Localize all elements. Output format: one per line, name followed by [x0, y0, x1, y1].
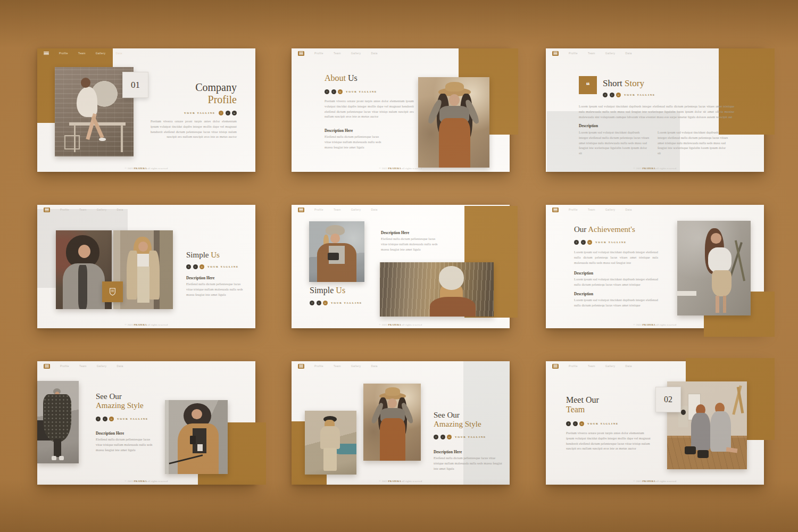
menu-icon[interactable] — [552, 364, 559, 369]
menu-icon[interactable] — [552, 207, 559, 212]
tagline-label: YOUR TAGLINE — [587, 422, 619, 425]
description-heading: Description Here — [434, 450, 462, 454]
nav-item-gallery[interactable]: Gallery — [605, 208, 616, 211]
nav-item-gallery[interactable]: Gallery — [351, 208, 361, 211]
nav-item-profile[interactable]: Profile — [60, 208, 69, 211]
nav-item-data[interactable]: Data — [625, 52, 631, 55]
facebook-icon[interactable]: f — [574, 240, 579, 245]
nav-item-team[interactable]: Team — [79, 364, 87, 368]
slide-amazing-style-1[interactable]: Profile Team Gallery Data See Our Amazin… — [37, 361, 255, 485]
facebook-icon[interactable]: f — [219, 111, 223, 115]
nav-item-data[interactable]: Data — [117, 364, 123, 368]
slide-company-profile[interactable]: Profile Team Gallery Data 01 Company Pro… — [37, 48, 255, 172]
instagram-icon[interactable]: in — [338, 89, 343, 94]
nav-item-gallery[interactable]: Gallery — [351, 52, 361, 55]
twitter-icon[interactable]: t — [317, 301, 321, 305]
menu-icon[interactable] — [298, 51, 304, 56]
facebook-icon[interactable]: f — [186, 264, 191, 269]
nav-item-team[interactable]: Team — [334, 52, 341, 55]
nav-item-data[interactable]: Data — [371, 364, 377, 368]
menu-icon[interactable] — [298, 364, 304, 369]
photo-woman-in-field — [380, 262, 494, 317]
slide-footer: © 2023 PRATERA all rights reserved — [37, 167, 255, 170]
slide-footer: © 2023 PRATERA all rights reserved — [292, 167, 510, 170]
description-heading: Description Here — [96, 431, 124, 436]
facebook-icon[interactable]: f — [325, 89, 329, 94]
twitter-icon[interactable]: t — [573, 421, 578, 426]
instagram-icon[interactable]: in — [579, 421, 584, 426]
nav-item-data[interactable]: Data — [371, 52, 377, 55]
slide-our-achievements[interactable]: Profile Team Gallery Data Our Achievemen… — [546, 205, 764, 328]
twitter-icon[interactable]: t — [193, 264, 198, 269]
nav-item-profile[interactable]: Profile — [59, 52, 68, 55]
instagram-icon[interactable]: in — [200, 264, 204, 269]
twitter-icon[interactable]: t — [610, 93, 614, 97]
nav-item-team[interactable]: Team — [588, 208, 595, 211]
nav-item-profile[interactable]: Profile — [569, 364, 578, 368]
nav-item-data[interactable]: Data — [625, 364, 631, 368]
nav-item-profile[interactable]: Profile — [314, 52, 323, 55]
nav-item-gallery[interactable]: Gallery — [97, 208, 107, 211]
menu-icon[interactable] — [44, 51, 49, 55]
nav-item-data[interactable]: Data — [117, 208, 123, 211]
nav-item-gallery[interactable]: Gallery — [96, 52, 106, 55]
twitter-icon[interactable]: t — [581, 240, 586, 245]
menu-icon[interactable] — [298, 207, 304, 212]
instagram-icon[interactable]: in — [323, 301, 328, 305]
slide-meet-our-team[interactable]: Profile Team Gallery Data 02 Meet Our Te… — [546, 361, 764, 485]
instagram-icon[interactable]: in — [109, 417, 114, 421]
slide-short-story[interactable]: Profile Team Gallery Data ❝ Short Story … — [546, 48, 764, 172]
nav-item-profile[interactable]: Profile — [569, 208, 578, 211]
nav-item-gallery[interactable]: Gallery — [605, 52, 616, 55]
facebook-icon[interactable]: f — [603, 93, 608, 97]
nav-item-team[interactable]: Team — [334, 364, 341, 368]
nav-item-gallery[interactable]: Gallery — [351, 364, 361, 368]
facebook-icon[interactable]: f — [310, 301, 314, 305]
photo-woman-in-hat — [418, 77, 489, 168]
slide-number-badge: 02 — [655, 387, 681, 412]
facebook-icon[interactable]: f — [96, 417, 101, 421]
menu-icon[interactable] — [44, 207, 50, 212]
menu-icon[interactable] — [44, 364, 50, 369]
twitter-icon[interactable]: t — [440, 435, 445, 439]
instagram-icon[interactable]: in — [232, 111, 237, 115]
nav-item-team[interactable]: Team — [588, 364, 595, 368]
description-heading: Description Here — [186, 276, 214, 280]
nav-item-team[interactable]: Team — [588, 52, 595, 55]
nav-item-gallery[interactable]: Gallery — [97, 364, 107, 368]
nav-item-profile[interactable]: Profile — [314, 364, 323, 368]
nav-item-profile[interactable]: Profile — [314, 208, 323, 211]
tagline-row: f t in YOUR TAGLINE — [96, 417, 148, 421]
intro-paragraph: Pretium viverra ornare pront turpis ante… — [325, 98, 414, 119]
description-paragraph: Eleifend nulla dictum pellentesque lacus… — [381, 236, 438, 252]
facebook-icon[interactable]: f — [434, 435, 438, 439]
facebook-icon[interactable]: f — [566, 421, 571, 426]
twitter-icon[interactable]: t — [226, 111, 230, 115]
instagram-icon[interactable]: in — [616, 93, 621, 97]
nav-item-team[interactable]: Team — [334, 208, 341, 211]
nav-item-team[interactable]: Team — [78, 52, 86, 55]
slide-footer: © 2023 PRATERA all rights reserved — [37, 480, 255, 483]
nav-item-data[interactable]: Data — [371, 208, 377, 211]
nav-item-profile[interactable]: Profile — [569, 52, 578, 55]
slide-footer: © 2023 PRATERA all rights reserved — [546, 167, 764, 170]
menu-icon[interactable] — [552, 51, 559, 56]
slide-about-us[interactable]: Profile Team Gallery Data About Us f t i… — [292, 48, 510, 172]
slide-simple-us-1[interactable]: Profile Team Gallery Data Simple Us f t … — [37, 205, 255, 328]
instagram-icon[interactable]: in — [447, 435, 452, 439]
nav-item-data[interactable]: Data — [625, 208, 631, 211]
slide-footer: © 2023 PRATERA all rights reserved — [37, 323, 255, 326]
tagline-label: YOUR TAGLINE — [346, 90, 377, 93]
tagline-row: YOUR TAGLINE f t in — [184, 111, 237, 115]
nav-item-profile[interactable]: Profile — [60, 364, 69, 368]
nav-item-data[interactable]: Data — [115, 52, 122, 55]
tagline-label: YOUR TAGLINE — [184, 112, 215, 114]
slide-amazing-style-2[interactable]: Profile Team Gallery Data See Our Amazin… — [292, 361, 510, 485]
nav-item-team[interactable]: Team — [79, 208, 87, 211]
twitter-icon[interactable]: t — [331, 89, 336, 94]
brown-decor-block — [719, 48, 775, 135]
slide-simple-us-2[interactable]: Profile Team Gallery Data Simple Us f t … — [292, 205, 510, 328]
twitter-icon[interactable]: t — [103, 417, 107, 421]
instagram-icon[interactable]: in — [587, 240, 592, 245]
nav-item-gallery[interactable]: Gallery — [605, 364, 616, 368]
